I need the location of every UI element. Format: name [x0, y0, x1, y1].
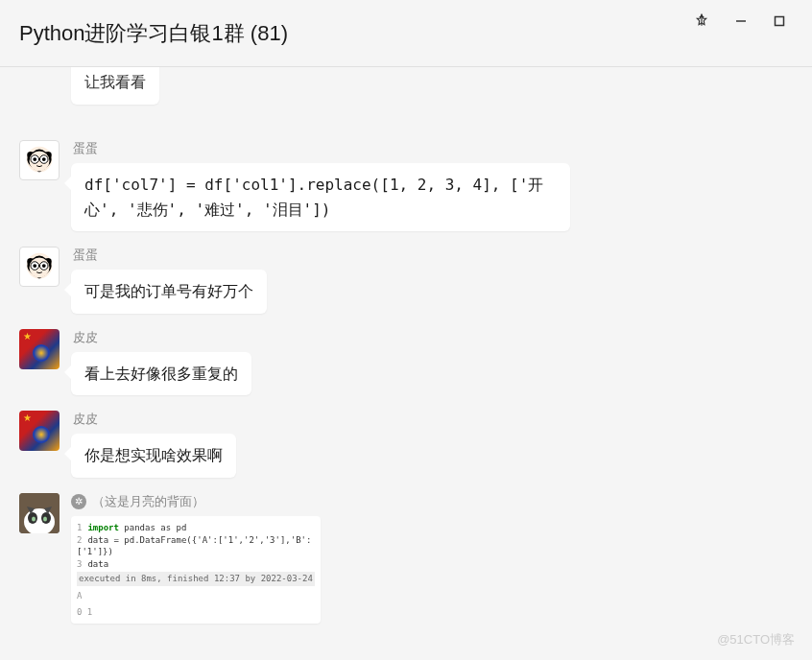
- svg-point-10: [42, 157, 46, 161]
- message-row: ✲ （这是月亮的背面） 1import pandas as pd 2data =…: [0, 485, 812, 631]
- image-attachment[interactable]: 1import pandas as pd 2data = pd.DataFram…: [71, 516, 321, 624]
- svg-point-23: [32, 516, 36, 521]
- pin-icon[interactable]: [695, 13, 708, 30]
- sender-name: 皮皮: [71, 329, 251, 346]
- avatar[interactable]: [19, 140, 60, 180]
- message-row: 蛋蛋 可是我的订单号有好万个: [0, 239, 812, 321]
- minimize-icon[interactable]: [735, 14, 747, 30]
- svg-point-17: [42, 264, 46, 268]
- window-title: Python进阶学习白银1群 (81): [19, 19, 288, 48]
- avatar[interactable]: [19, 329, 60, 369]
- sender-name: 蛋蛋: [71, 247, 267, 264]
- watermark: @51CTO博客: [717, 631, 795, 648]
- svg-rect-4: [776, 16, 784, 25]
- message-bubble: df['col7'] = df['col1'].replace([1, 2, 3…: [71, 163, 570, 231]
- message-bubble: 可是我的订单号有好万个: [71, 270, 267, 314]
- avatar[interactable]: [19, 247, 60, 287]
- sender-name: （这是月亮的背面）: [92, 493, 204, 510]
- message-row: 蛋蛋 df['col7'] = df['col1'].replace([1, 2…: [0, 132, 812, 239]
- sender-name-row: ✲ （这是月亮的背面）: [71, 493, 321, 510]
- sender-name: 皮皮: [71, 411, 236, 428]
- maximize-icon[interactable]: [774, 14, 785, 30]
- window-controls: [695, 13, 785, 30]
- message-bubble: 看上去好像很多重复的: [71, 352, 251, 396]
- message-row: 让我看看: [0, 77, 812, 132]
- message-bubble: 让我看看: [71, 67, 159, 105]
- code-preview: 1import pandas as pd 2data = pd.DataFram…: [77, 522, 315, 618]
- badge-icon: ✲: [71, 494, 86, 509]
- svg-point-9: [33, 157, 36, 161]
- message-bubble: 你是想实现啥效果啊: [71, 434, 236, 478]
- message-row: 皮皮 你是想实现啥效果啊: [0, 403, 812, 485]
- svg-point-24: [43, 516, 47, 521]
- svg-point-16: [33, 264, 36, 268]
- avatar[interactable]: [19, 493, 60, 533]
- sender-name: 蛋蛋: [71, 140, 570, 157]
- avatar[interactable]: [19, 411, 60, 451]
- chat-area: 让我看看 蛋蛋 df['col7'] = df['col1'].replace(…: [0, 67, 812, 660]
- message-row: 皮皮 看上去好像很多重复的: [0, 321, 812, 404]
- window-header: Python进阶学习白银1群 (81): [0, 0, 812, 67]
